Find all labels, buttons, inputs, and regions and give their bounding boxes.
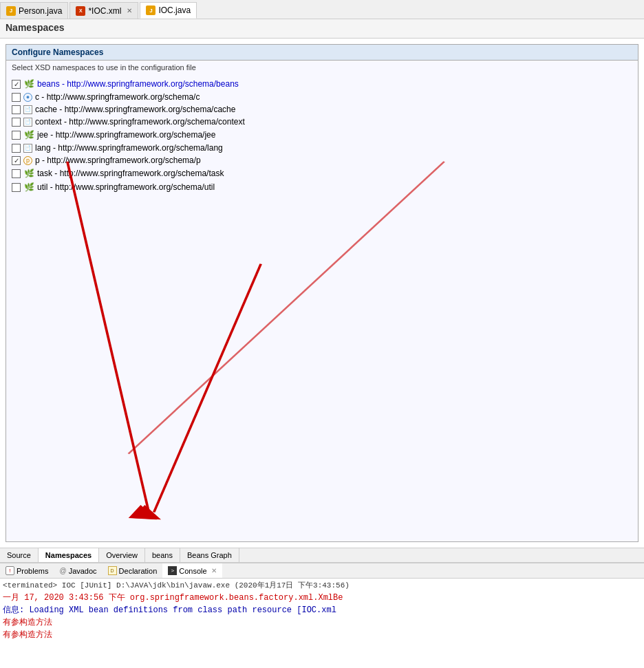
ns-text: util - http://www.springframework.org/sc…: [37, 182, 215, 192]
ns-checkbox-beans[interactable]: [12, 80, 21, 89]
console-line-3: 有参构造方法: [3, 616, 641, 629]
doc-icon: 📄: [23, 144, 32, 153]
console-tab-problems[interactable]: ! Problems: [0, 563, 54, 578]
java-icon: J: [6, 6, 16, 16]
tab-ioc-java[interactable]: J IOC.java: [140, 2, 197, 19]
java-icon: J: [146, 6, 155, 15]
console-tabs: ! Problems @ Javadoc D Declaration > Con…: [0, 563, 644, 579]
main-area: Configure Namespaces Select XSD namespac…: [0, 39, 644, 548]
list-item: p p - http://www.springframework.org/sch…: [12, 154, 632, 166]
tab-beans-graph[interactable]: Beans Graph: [180, 548, 239, 562]
tab-label: Person.java: [19, 6, 62, 16]
list-item: 🌿 util - http://www.springframework.org/…: [12, 180, 632, 194]
configure-subtitle: Select XSD namespaces to use in the conf…: [6, 61, 638, 74]
namespace-list: 🌿 beans - http://www.springframework.org…: [6, 74, 638, 541]
configure-box: Configure Namespaces Select XSD namespac…: [6, 44, 638, 542]
ns-text: lang - http://www.springframework.org/sc…: [35, 143, 223, 153]
tab-ioc-xml[interactable]: X *IOC.xml ✕: [69, 2, 138, 19]
ns-checkbox-util[interactable]: [12, 183, 21, 192]
ns-text: p - http://www.springframework.org/schem…: [35, 155, 201, 165]
tabs-bar: J Person.java X *IOC.xml ✕ J IOC.java: [0, 0, 644, 19]
namespaces-heading: Namespaces: [0, 19, 644, 39]
ns-checkbox-jee[interactable]: [12, 131, 21, 140]
list-item: 📄 cache - http://www.springframework.org…: [12, 103, 632, 116]
p-icon: p: [23, 156, 32, 165]
console-tab-console[interactable]: > Console ✕: [162, 563, 222, 578]
console-tab-declaration[interactable]: D Declaration: [103, 563, 163, 578]
at-icon: @: [59, 567, 66, 574]
ns-text: context - http://www.springframework.org…: [35, 117, 245, 127]
ns-checkbox-lang[interactable]: [12, 144, 21, 153]
ns-text: task - http://www.springframework.org/sc…: [37, 169, 224, 178]
console-content: <terminated> IOC [JUnit] D:\JAVA\jdk\bin…: [0, 579, 644, 668]
editor-tabs: Source Namespaces Overview beans Beans G…: [0, 548, 644, 563]
console-line-4: 有参构造方法: [3, 629, 641, 641]
ns-text: c - http://www.springframework.org/schem…: [35, 92, 200, 102]
ns-checkbox-cache[interactable]: [12, 105, 21, 114]
console-tab-javadoc[interactable]: @ Javadoc: [54, 563, 102, 578]
tab-label: *IOC.xml: [88, 6, 121, 16]
console-line-1: 一月 17, 2020 3:43:56 下午 org.springframewo…: [3, 592, 641, 604]
xml-icon: X: [76, 6, 85, 16]
leaf-icon: 🌿: [23, 129, 34, 140]
ns-text: beans - http://www.springframework.org/s…: [37, 79, 239, 89]
console-line-2: 信息: Loading XML bean definitions from cl…: [3, 604, 641, 616]
doc-icon: 📄: [23, 105, 32, 114]
close-icon[interactable]: ✕: [211, 567, 217, 574]
ns-checkbox-context[interactable]: [12, 118, 21, 127]
console-icon: >: [168, 566, 177, 575]
leaf-icon: 🌿: [23, 182, 34, 193]
list-item: ● c - http://www.springframework.org/sch…: [12, 91, 632, 103]
globe-icon: ●: [23, 93, 32, 102]
tab-person-java[interactable]: J Person.java: [0, 2, 68, 19]
tab-namespaces[interactable]: Namespaces: [39, 548, 99, 562]
console-area: ! Problems @ Javadoc D Declaration > Con…: [0, 563, 644, 668]
list-item: 🌿 task - http://www.springframework.org/…: [12, 166, 632, 180]
ns-checkbox-p[interactable]: [12, 156, 21, 165]
tab-beans[interactable]: beans: [145, 548, 180, 562]
tab-close-icon[interactable]: ✕: [127, 7, 132, 14]
list-item: 📄 lang - http://www.springframework.org/…: [12, 142, 632, 154]
list-item: 🌿 jee - http://www.springframework.org/s…: [12, 128, 632, 142]
ns-checkbox-task[interactable]: [12, 169, 21, 178]
problems-icon: !: [6, 566, 14, 575]
list-item: 🌿 beans - http://www.springframework.org…: [12, 77, 632, 91]
doc-icon: 📄: [23, 118, 32, 127]
ns-checkbox-c[interactable]: [12, 93, 21, 102]
leaf-icon: 🌿: [23, 168, 34, 179]
list-item: 📄 context - http://www.springframework.o…: [12, 116, 632, 128]
decl-icon: D: [108, 566, 117, 575]
leaf-icon: 🌿: [23, 78, 34, 89]
console-status-line: <terminated> IOC [JUnit] D:\JAVA\jdk\bin…: [3, 580, 641, 592]
tab-overview[interactable]: Overview: [99, 548, 145, 562]
tab-label: IOC.java: [158, 6, 191, 15]
ns-text: jee - http://www.springframework.org/sch…: [37, 130, 215, 140]
ns-text: cache - http://www.springframework.org/s…: [35, 105, 235, 114]
tab-source[interactable]: Source: [0, 548, 39, 562]
configure-title: Configure Namespaces: [6, 45, 638, 61]
